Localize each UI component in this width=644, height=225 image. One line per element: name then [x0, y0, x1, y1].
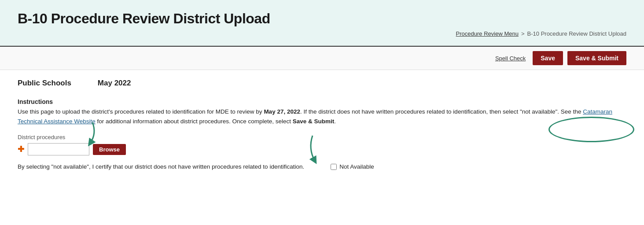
add-file-icon[interactable]: ✚ — [18, 144, 24, 154]
not-available-label[interactable]: Not Available — [339, 163, 374, 170]
save-button[interactable]: Save — [533, 51, 563, 65]
browse-arrow — [66, 120, 101, 147]
page-title: B-10 Procedure Review District Upload — [18, 11, 626, 27]
instr-period: . — [334, 118, 336, 125]
district-label: Public Schools — [18, 79, 71, 88]
not-available-section: By selecting "not available", I certify … — [18, 163, 626, 170]
instructions-text: Use this page to upload the district's p… — [18, 107, 626, 126]
header-section: B-10 Procedure Review District Upload Pr… — [0, 0, 644, 46]
instr-text-3: for additional information about distric… — [96, 118, 293, 125]
instr-bold-end: Save & Submit — [293, 118, 335, 125]
spell-check-link[interactable]: Spell Check — [495, 55, 526, 62]
not-available-group: Not Available — [331, 163, 374, 170]
instr-text-2: . If the district does not have written … — [300, 108, 583, 115]
not-available-arrow — [304, 133, 339, 164]
not-available-checkbox[interactable] — [331, 164, 337, 170]
instructions-title: Instructions — [18, 98, 626, 105]
toolbar: Spell Check Save Save & Submit — [0, 46, 644, 70]
save-submit-button[interactable]: Save & Submit — [567, 51, 626, 65]
date-label: May 2022 — [98, 79, 131, 88]
breadcrumb-link[interactable]: Procedure Review Menu — [456, 30, 519, 37]
instructions-block: Instructions Use this page to upload the… — [18, 98, 626, 126]
main-content: Public Schools May 2022 Instructions Use… — [0, 70, 644, 183]
not-available-text: By selecting "not available", I certify … — [18, 163, 304, 170]
breadcrumb: Procedure Review Menu > B-10 Procedure R… — [18, 30, 626, 37]
instr-text-1: Use this page to upload the district's p… — [18, 108, 264, 115]
toolbar-wrapper: Spell Check Save Save & Submit — [0, 46, 644, 70]
breadcrumb-current: B-10 Procedure Review District Upload — [527, 30, 626, 37]
breadcrumb-separator: > — [521, 30, 525, 37]
instr-date: May 27, 2022 — [264, 108, 300, 115]
info-row: Public Schools May 2022 — [18, 79, 626, 88]
